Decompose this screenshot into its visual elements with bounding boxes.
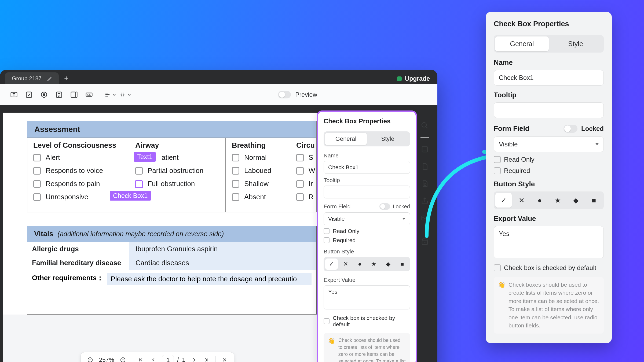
style-cross[interactable]: ✕ [339, 258, 352, 270]
document-tab[interactable]: Group 2187 [5, 72, 59, 84]
style-square[interactable]: ■ [586, 193, 602, 208]
visibility-select[interactable]: Visible [494, 136, 604, 152]
mail-icon[interactable] [419, 213, 430, 223]
locked-label: Locked [393, 204, 410, 210]
checkbox[interactable] [232, 167, 239, 175]
checkbox-label: Responds to pain [46, 180, 100, 188]
required-checkbox[interactable] [324, 237, 330, 243]
upgrade-badge-icon [397, 76, 402, 81]
style-check[interactable]: ✓ [495, 193, 512, 208]
required-checkbox[interactable] [494, 167, 501, 174]
wave-icon: 👋 [328, 337, 335, 362]
tooltip-label: Tooltip [324, 177, 410, 183]
tooltip-input[interactable] [324, 186, 410, 198]
button-tool[interactable]: OK [83, 88, 96, 101]
locked-toggle[interactable] [379, 203, 390, 210]
name-input[interactable] [324, 161, 410, 174]
form-toolbar: OK Preview [0, 84, 437, 105]
upgrade-button[interactable]: Upgrade [397, 75, 430, 82]
panel-title: Check Box Properties [324, 117, 410, 125]
prev-page-button[interactable] [150, 356, 157, 362]
checkbox[interactable] [296, 154, 304, 161]
current-page-input[interactable]: 1 [162, 355, 174, 362]
checkbox[interactable] [296, 193, 304, 201]
checkbox[interactable] [296, 180, 304, 188]
locked-toggle[interactable] [564, 125, 577, 133]
archive-icon[interactable] [419, 237, 430, 247]
checkbox[interactable] [232, 154, 239, 161]
visibility-select[interactable]: Visible [324, 212, 410, 225]
tab-style[interactable]: Style [367, 133, 409, 145]
buttonstyle-label: Button Style [324, 248, 410, 255]
checkbox-label: Laboued [244, 167, 271, 175]
first-page-button[interactable] [137, 356, 144, 362]
vitals-title: Vitals [34, 230, 53, 238]
combo-box-tool[interactable] [68, 88, 80, 101]
readonly-checkbox[interactable] [324, 228, 330, 234]
svg-point-3 [43, 94, 45, 96]
tooltip-input[interactable] [494, 102, 604, 118]
checkbox-tool[interactable] [23, 88, 35, 101]
style-circle[interactable]: ● [532, 193, 548, 208]
checkbox-label: Shallow [244, 180, 269, 188]
checkbox[interactable] [135, 167, 143, 175]
page-settings-icon[interactable] [419, 178, 430, 189]
checkbox[interactable] [33, 167, 41, 175]
export-label: Export Value [324, 277, 410, 283]
style-check[interactable]: ✓ [325, 258, 338, 270]
list-box-tool[interactable] [53, 88, 65, 101]
other-value[interactable]: Please ask the doctor to help note the d… [107, 273, 312, 285]
tab-style[interactable]: Style [549, 36, 602, 51]
style-diamond[interactable]: ◆ [382, 258, 394, 270]
tab-general[interactable]: General [325, 133, 367, 145]
pencil-icon[interactable] [47, 75, 53, 81]
align-dropdown[interactable] [104, 88, 117, 101]
checkbox-row: Partial obstruction [135, 167, 219, 175]
tab-general[interactable]: General [495, 36, 549, 51]
style-square[interactable]: ■ [396, 258, 408, 270]
style-star[interactable]: ★ [550, 193, 566, 208]
style-star[interactable]: ★ [368, 258, 380, 270]
preview-toggle[interactable]: Preview [278, 91, 317, 98]
export-value-input[interactable] [324, 285, 410, 309]
style-cross[interactable]: ✕ [513, 193, 530, 208]
text-field-tool[interactable] [8, 88, 20, 101]
row-value[interactable]: Ibuprofen Granules aspirin [129, 242, 316, 256]
ocr-icon[interactable] [419, 144, 430, 155]
next-page-button[interactable] [191, 356, 198, 362]
zoom-out-button[interactable] [87, 356, 94, 362]
row-value[interactable]: Cardiac diseases [129, 256, 316, 270]
default-checked-checkbox[interactable] [324, 318, 330, 324]
close-bar-button[interactable] [221, 356, 228, 362]
selected-checkbox[interactable] [135, 180, 143, 188]
checkbox[interactable] [33, 154, 41, 161]
style-circle[interactable]: ● [353, 258, 366, 270]
page-icon[interactable] [419, 161, 430, 172]
svg-rect-5 [71, 92, 76, 97]
last-page-button[interactable] [203, 356, 210, 362]
panel-title: Check Box Properties [494, 20, 604, 28]
checkbox[interactable] [296, 167, 304, 175]
search-icon[interactable] [419, 120, 430, 131]
new-tab-button[interactable]: + [60, 72, 73, 84]
zoom-in-button[interactable] [119, 356, 126, 362]
checkbox[interactable] [232, 193, 239, 201]
checkbox[interactable] [33, 180, 41, 188]
default-checked-checkbox[interactable] [494, 264, 501, 271]
upgrade-label: Upgrade [405, 75, 430, 82]
name-label: Name [494, 58, 604, 67]
bar-separator [132, 356, 132, 362]
page-separator: / [177, 356, 179, 362]
checkbox[interactable] [232, 180, 239, 188]
share-icon[interactable] [419, 195, 430, 206]
style-diamond[interactable]: ◆ [568, 193, 584, 208]
bar-separator [215, 356, 216, 362]
export-value-input[interactable] [494, 226, 604, 258]
checkbox[interactable] [33, 193, 41, 201]
tools-dropdown[interactable] [119, 88, 132, 101]
radio-tool[interactable] [38, 88, 50, 101]
checkbox-row: Normal [232, 153, 284, 162]
name-input[interactable] [494, 70, 604, 86]
readonly-checkbox[interactable] [494, 156, 501, 163]
field-badge-text1: Text1 [134, 152, 156, 162]
